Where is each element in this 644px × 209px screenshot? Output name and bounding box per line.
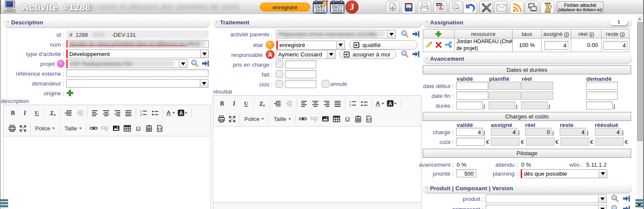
svg-text:Ω: Ω [136, 125, 140, 132]
svg-text:W: W [357, 118, 359, 121]
svg-text:A: A [389, 101, 392, 107]
svg-text:B: B [11, 110, 15, 116]
svg-text:2: 2 [350, 104, 351, 107]
svg-text:A: A [179, 110, 183, 116]
svg-text:A: A [376, 100, 380, 106]
svg-text:PDF: PDF [436, 3, 442, 6]
svg-text:1: 1 [350, 100, 351, 103]
svg-text:x: x [54, 113, 56, 116]
svg-text:W: W [148, 128, 150, 130]
svg-text:2: 2 [140, 113, 142, 116]
svg-text:1: 1 [140, 110, 142, 113]
svg-text:B: B [220, 100, 224, 107]
svg-text:x: x [263, 103, 265, 107]
svg-text:I: I [232, 100, 235, 107]
svg-text:I: I [23, 110, 26, 116]
svg-text:Ω: Ω [345, 116, 350, 123]
svg-text:U: U [35, 109, 39, 116]
svg-text:U: U [244, 100, 248, 106]
svg-text:A: A [166, 109, 171, 116]
